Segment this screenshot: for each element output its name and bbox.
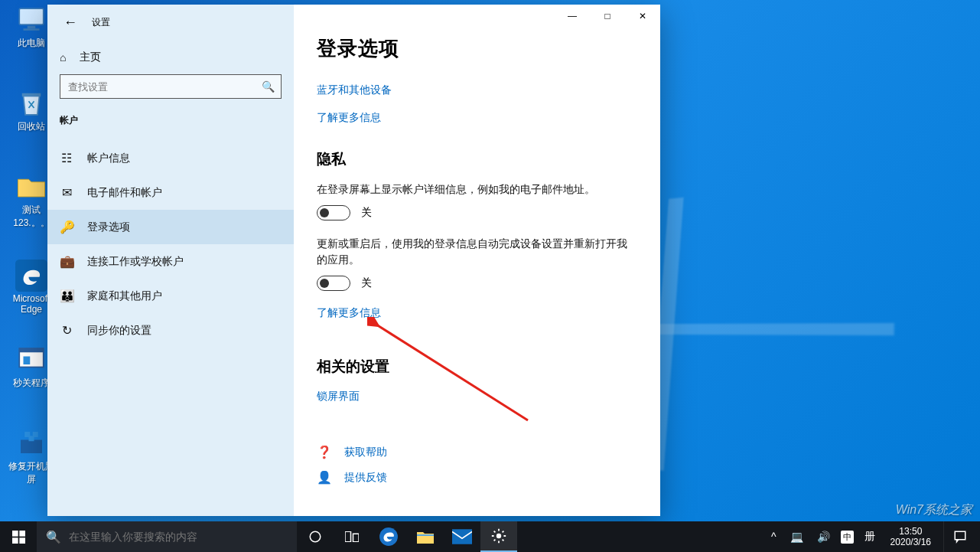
- svg-rect-19: [353, 534, 360, 542]
- svg-rect-22: [452, 529, 472, 544]
- nav-label: 家庭和其他用户: [87, 289, 162, 303]
- window-controls: — □ ✕: [555, 5, 660, 28]
- feedback-link: 提供反馈: [344, 471, 387, 485]
- nav-signin-options[interactable]: 🔑登录选项: [47, 210, 294, 244]
- search-icon: 🔍: [262, 80, 275, 93]
- nav-family[interactable]: 👪家庭和其他用户: [47, 279, 294, 313]
- clock-time: 13:50: [890, 526, 931, 537]
- edge-taskbar-icon[interactable]: [370, 521, 407, 552]
- help-row[interactable]: ❓ 获取帮助: [317, 445, 637, 459]
- system-tray: ^ 💻 🔊 中 册 13:50 2020/3/16: [768, 521, 980, 552]
- svg-rect-0: [19, 8, 44, 24]
- settings-content: — □ ✕ 登录选项 蓝牙和其他设备 了解更多信息 隐私 在登录屏幕上显示帐户详…: [294, 5, 660, 516]
- search-input[interactable]: [60, 75, 281, 98]
- nav-label: 登录选项: [87, 220, 130, 234]
- network-icon[interactable]: 💻: [787, 531, 806, 543]
- svg-rect-2: [24, 28, 40, 31]
- toggle-row-1: 关: [317, 205, 637, 220]
- watermark: Win7系统之家: [896, 502, 972, 518]
- privacy-heading: 隐私: [317, 149, 637, 169]
- nav-label: 同步你的设置: [87, 324, 151, 338]
- home-label: 主页: [80, 51, 101, 64]
- toggle-state-2: 关: [361, 276, 372, 290]
- family-icon: 👪: [60, 289, 73, 303]
- pc-icon: [15, 3, 47, 35]
- link-learn-more-1[interactable]: 了解更多信息: [317, 111, 637, 125]
- svg-rect-21: [417, 534, 434, 536]
- explorer-taskbar-icon[interactable]: [407, 521, 444, 552]
- related-heading: 相关的设置: [317, 357, 637, 377]
- toggle-show-account-details[interactable]: [317, 205, 350, 220]
- svg-rect-3: [22, 93, 41, 96]
- svg-rect-11: [29, 436, 34, 441]
- volume-icon[interactable]: 🔊: [814, 531, 833, 543]
- settings-window: ← 设置 ⌂ 主页 🔍 帐户 ☷帐户信息 ✉电子邮件和帐户 🔑登录选项 💼连接工…: [47, 5, 660, 516]
- ime-indicator-1[interactable]: 中: [841, 531, 854, 544]
- minimize-button[interactable]: —: [555, 5, 590, 28]
- feedback-row[interactable]: 👤 提供反馈: [317, 470, 637, 485]
- app-icon: [15, 343, 47, 375]
- close-button[interactable]: ✕: [625, 5, 660, 28]
- nav-section-label: 帐户: [47, 109, 294, 130]
- link-bluetooth[interactable]: 蓝牙和其他设备: [317, 83, 637, 97]
- nav-label: 连接工作或学校帐户: [87, 255, 184, 269]
- tray-chevron-icon[interactable]: ^: [768, 531, 780, 543]
- tool-icon: [15, 426, 47, 459]
- clock-date: 2020/3/16: [890, 537, 931, 547]
- mail-icon: ✉: [60, 185, 73, 200]
- task-view-button[interactable]: [297, 521, 334, 552]
- edge-icon: [15, 260, 47, 292]
- nav-label: 帐户信息: [87, 152, 130, 165]
- windows-logo-icon: [12, 531, 25, 544]
- nav-work-school[interactable]: 💼连接工作或学校帐户: [47, 244, 294, 279]
- home-icon: ⌂: [60, 51, 66, 64]
- svg-rect-7: [24, 357, 31, 365]
- svg-rect-1: [28, 26, 36, 29]
- taskbar: 🔍 ^ 💻 🔊 中 册 13:50 2020/3/16: [0, 521, 980, 552]
- nav-account-info[interactable]: ☷帐户信息: [47, 141, 294, 175]
- action-center-button[interactable]: [943, 521, 975, 552]
- clock[interactable]: 13:50 2020/3/16: [886, 526, 936, 548]
- back-button[interactable]: ←: [55, 5, 86, 40]
- nav-label: 电子邮件和帐户: [87, 186, 162, 200]
- taskbar-search[interactable]: 🔍: [37, 521, 297, 552]
- svg-rect-24: [955, 531, 965, 540]
- recycle-icon: [15, 87, 47, 119]
- settings-titlebar: ← 设置: [47, 5, 294, 40]
- toggle-state-1: 关: [361, 206, 372, 220]
- svg-rect-6: [19, 348, 44, 352]
- link-learn-more-2[interactable]: 了解更多信息: [317, 306, 637, 320]
- page-heading: 登录选项: [317, 35, 637, 62]
- start-button[interactable]: [0, 521, 37, 552]
- svg-rect-8: [21, 440, 42, 454]
- svg-rect-14: [19, 531, 25, 537]
- link-lockscreen[interactable]: 锁屏界面: [317, 390, 360, 403]
- svg-rect-13: [12, 531, 18, 537]
- mail-taskbar-icon[interactable]: [444, 521, 480, 552]
- maximize-button[interactable]: □: [590, 5, 625, 28]
- privacy-desc-1: 在登录屏幕上显示帐户详细信息，例如我的电子邮件地址。: [317, 181, 637, 198]
- key-icon: 🔑: [60, 220, 73, 234]
- toggle-auto-finish-setup[interactable]: [317, 276, 350, 291]
- search-wrap: 🔍: [47, 74, 294, 109]
- nav-email[interactable]: ✉电子邮件和帐户: [47, 175, 294, 210]
- home-nav[interactable]: ⌂ 主页: [47, 40, 294, 74]
- svg-rect-18: [345, 531, 351, 542]
- ime-indicator-2[interactable]: 册: [861, 530, 878, 544]
- settings-taskbar-icon[interactable]: [480, 521, 517, 552]
- help-icon: ❓: [317, 445, 330, 459]
- svg-point-17: [310, 531, 321, 542]
- settings-title: 设置: [92, 16, 110, 29]
- taskbar-search-input[interactable]: [69, 531, 288, 543]
- settings-sidebar: ← 设置 ⌂ 主页 🔍 帐户 ☷帐户信息 ✉电子邮件和帐户 🔑登录选项 💼连接工…: [47, 5, 294, 516]
- privacy-desc-2: 更新或重启后，使用我的登录信息自动完成设备设置并重新打开我的应用。: [317, 236, 637, 268]
- folder-icon: [15, 170, 47, 202]
- toggle-row-2: 关: [317, 276, 637, 291]
- person-icon: ☷: [60, 151, 73, 165]
- multitask-button[interactable]: [334, 521, 370, 552]
- sync-icon: ↻: [60, 323, 73, 338]
- nav-sync[interactable]: ↻同步你的设置: [47, 313, 294, 348]
- search-box[interactable]: 🔍: [60, 74, 282, 99]
- feedback-icon: 👤: [317, 470, 330, 485]
- svg-rect-16: [19, 537, 25, 544]
